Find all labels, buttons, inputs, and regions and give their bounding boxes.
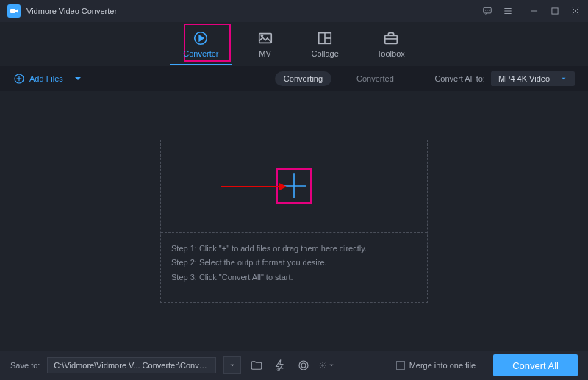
- toolbox-icon: [383, 30, 399, 46]
- svg-text:OFF: OFF: [277, 368, 284, 372]
- app-logo: [7, 4, 21, 18]
- svg-rect-9: [552, 8, 558, 14]
- svg-point-2: [485, 10, 486, 10]
- checkbox-icon: [396, 361, 405, 370]
- tab-label: Converter: [183, 49, 218, 58]
- main-area: Step 1: Click "+" to add files or drag t…: [0, 91, 588, 351]
- subtab-converted[interactable]: Converted: [348, 71, 403, 86]
- maximize-icon[interactable]: [550, 6, 560, 16]
- format-selected-value: MP4 4K Video: [498, 74, 550, 83]
- menu-icon[interactable]: [503, 6, 513, 16]
- action-bar: Add Files Converting Converted Convert A…: [0, 66, 588, 91]
- feedback-icon[interactable]: [482, 6, 492, 16]
- open-folder-icon[interactable]: [248, 357, 265, 373]
- minimize-icon[interactable]: [529, 6, 539, 16]
- output-format-select[interactable]: MP4 4K Video: [491, 71, 575, 86]
- svg-rect-18: [385, 35, 398, 43]
- annotation-arrow: [221, 186, 286, 187]
- chevron-down-icon: [72, 73, 84, 85]
- drop-target[interactable]: [161, 140, 427, 233]
- tab-collage[interactable]: Collage: [312, 27, 339, 61]
- output-path-dropdown[interactable]: [223, 356, 241, 374]
- output-path-field[interactable]: C:\Vidmore\Vidmore V... Converter\Conver…: [47, 357, 216, 373]
- add-files-label: Add Files: [29, 74, 63, 83]
- collage-icon: [317, 30, 333, 46]
- tab-mv[interactable]: MV: [257, 27, 273, 61]
- instructions: Step 1: Click "+" to add files or drag t…: [161, 233, 427, 294]
- settings-icon[interactable]: [319, 357, 335, 373]
- merge-checkbox[interactable]: Merge into one file: [396, 361, 476, 370]
- close-icon[interactable]: [570, 6, 581, 16]
- save-to-label: Save to:: [10, 361, 40, 370]
- converter-icon: [193, 30, 209, 46]
- svg-point-27: [301, 363, 306, 368]
- step-text: Step 3: Click "Convert All" to start.: [171, 270, 417, 285]
- add-files-button[interactable]: Add Files: [13, 73, 84, 85]
- tab-toolbox[interactable]: Toolbox: [377, 27, 405, 61]
- bottom-bar: Save to: C:\Vidmore\Vidmore V... Convert…: [0, 351, 588, 380]
- app-title: Vidmore Video Converter: [26, 7, 117, 15]
- svg-rect-0: [10, 9, 15, 13]
- hardware-accel-icon[interactable]: OFF: [272, 357, 288, 373]
- tab-label: Toolbox: [377, 49, 405, 58]
- convert-all-to-label: Convert All to:: [434, 74, 484, 83]
- svg-point-26: [299, 361, 308, 370]
- svg-point-4: [489, 10, 490, 10]
- svg-point-28: [322, 365, 324, 367]
- high-speed-icon[interactable]: [295, 357, 312, 373]
- main-tabs: Converter MV Collage Toolbox: [0, 22, 588, 66]
- subtab-converting[interactable]: Converting: [275, 71, 331, 86]
- chevron-down-icon: [560, 75, 567, 82]
- title-bar: Vidmore Video Converter: [0, 0, 588, 22]
- step-text: Step 1: Click "+" to add files or drag t…: [171, 242, 417, 257]
- convert-all-button[interactable]: Convert All: [493, 354, 578, 376]
- svg-point-14: [261, 35, 262, 36]
- mv-icon: [257, 30, 273, 46]
- svg-point-3: [487, 10, 488, 10]
- tab-converter[interactable]: Converter: [183, 27, 218, 61]
- tab-label: Collage: [312, 49, 339, 58]
- dropzone: Step 1: Click "+" to add files or drag t…: [160, 140, 428, 303]
- merge-label: Merge into one file: [409, 361, 476, 370]
- step-text: Step 2: Select the output format you des…: [171, 256, 417, 270]
- tab-label: MV: [259, 49, 271, 58]
